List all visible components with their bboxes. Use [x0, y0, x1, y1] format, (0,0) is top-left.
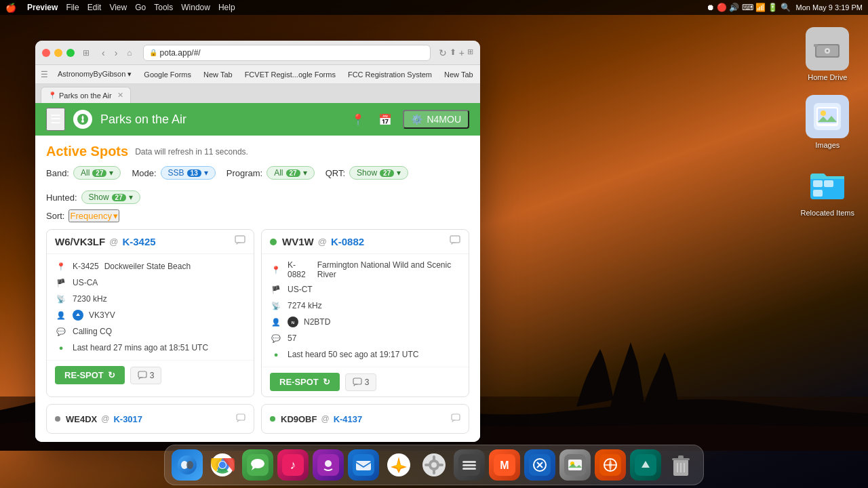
spot-2-comment-button[interactable]: [450, 235, 460, 248]
bookmarks-toggle[interactable]: ☰: [41, 70, 48, 79]
band-filter-button[interactable]: All 27 ▾: [73, 166, 121, 180]
sort-value: Frequency: [70, 211, 111, 221]
window-close-button[interactable]: [42, 49, 50, 57]
calendar-nav-button[interactable]: 📅: [376, 110, 395, 129]
nav-forward-button[interactable]: ›: [112, 46, 121, 60]
pota-logo: [73, 110, 92, 129]
spot-1-details: 📍 K-3425 Dockweiler State Beach 🏴 US-CA …: [47, 254, 254, 360]
dock-photos[interactable]: [383, 449, 414, 481]
spot-4-callsign[interactable]: KD9OBF: [281, 414, 317, 424]
dock-trash[interactable]: [665, 449, 696, 481]
bookmark-astronomybygibson[interactable]: AstronomyByGibson ▾: [52, 68, 137, 80]
app-name[interactable]: Preview: [27, 3, 58, 12]
hunted-filter-label: Hunted:: [46, 192, 77, 203]
qrt-filter-button[interactable]: Show 27 ▾: [349, 166, 408, 180]
spot-2-header: WV1W @ K-0882: [262, 230, 469, 254]
app-content: ☰ Parks on the Air 📍 📅 ⚙️ N4MOU Active S…: [35, 103, 480, 442]
hunted-filter-button[interactable]: Show 27 ▾: [81, 190, 140, 204]
spot-3-park[interactable]: K-3017: [113, 414, 142, 424]
window-maximize-button[interactable]: [66, 49, 75, 57]
spot-2-respot-button[interactable]: RE-SPOT ↻: [270, 373, 340, 391]
bookmark-google-forms[interactable]: Google Forms: [138, 69, 197, 80]
nav-home-button[interactable]: ⌂: [124, 47, 134, 59]
new-tab-button[interactable]: +: [459, 47, 465, 58]
dock-finder[interactable]: [172, 449, 203, 481]
address-bar[interactable]: 🔒 pota.app/#/: [143, 45, 431, 61]
dock-chrome[interactable]: [207, 449, 238, 481]
svg-rect-45: [433, 469, 435, 474]
dock-system-prefs[interactable]: [418, 449, 450, 481]
spot-2-comments-button[interactable]: 3: [345, 373, 377, 391]
dock-app2[interactable]: [630, 449, 661, 481]
share-button[interactable]: ⬆: [450, 47, 456, 58]
tab-grid-icon[interactable]: ⊞: [83, 48, 90, 58]
menu-help[interactable]: Help: [218, 3, 235, 12]
spot-1-comment-detail: 💬 Calling CQ: [55, 323, 245, 340]
reload-button[interactable]: ↻: [439, 47, 447, 58]
program-filter-label: Program:: [226, 168, 262, 178]
spot-1-spotter-detail: 👤 VK3YV: [55, 307, 245, 323]
window-minimize-button[interactable]: [54, 49, 62, 57]
spot-1-respot-button[interactable]: RE-SPOT ↻: [55, 366, 125, 384]
spot-2-spotter[interactable]: N2BTD: [304, 317, 330, 327]
desktop-icon-relocated[interactable]: Relocated Items: [801, 163, 854, 217]
bookmark-fcc[interactable]: FCC Registration System: [342, 69, 437, 80]
bookmark-new-tab-1[interactable]: New Tab: [198, 69, 238, 80]
dock-dash[interactable]: [524, 449, 555, 481]
browser-titlebar: ⊞ ‹ › ⌂ 🔒 pota.app/#/ ↻ ⬆ + ⊞: [35, 41, 480, 65]
spot-2-park[interactable]: K-0882: [331, 236, 364, 247]
spot-2-park-id: K-0882: [288, 260, 312, 279]
menu-go[interactable]: Go: [135, 3, 146, 12]
spot-2-actions: RE-SPOT ↻ 3: [262, 367, 469, 396]
menu-view[interactable]: View: [109, 3, 127, 12]
user-menu-button[interactable]: ⚙️ N4MOU: [403, 110, 469, 129]
extensions-button[interactable]: ⊞: [467, 47, 473, 58]
spot-1-comment-button[interactable]: [235, 235, 245, 248]
bookmark-new-tab-2[interactable]: New Tab: [439, 69, 479, 80]
svg-rect-24: [452, 414, 460, 420]
svg-rect-11: [813, 180, 823, 187]
spot-1-callsign[interactable]: W6/VK3LF: [55, 236, 105, 247]
spot-1-state-detail: 🏴 US-CA: [55, 274, 245, 291]
dock-messages[interactable]: [242, 449, 273, 481]
dock-monodraw[interactable]: M: [489, 449, 520, 481]
spot-1-park[interactable]: K-3425: [122, 236, 155, 247]
tab-close-button[interactable]: ✕: [117, 91, 123, 100]
spot-1-spotter[interactable]: VK3YV: [89, 310, 115, 320]
bookmark-fcvet[interactable]: FCVET Regist...ogle Forms: [239, 69, 341, 80]
spot-4-park[interactable]: K-4137: [334, 414, 363, 424]
nav-back-button[interactable]: ‹: [99, 46, 108, 60]
desktop-icons-container: Home Drive Images Relocated Items: [801, 27, 854, 217]
menu-tools[interactable]: Tools: [154, 3, 173, 12]
spot-1-comments-button[interactable]: 3: [130, 367, 162, 384]
dock-preview[interactable]: [559, 449, 591, 481]
menu-file[interactable]: File: [66, 3, 79, 12]
spot-3-callsign[interactable]: WE4DX: [66, 414, 97, 424]
dock-mail[interactable]: [348, 449, 379, 481]
sort-frequency-button[interactable]: Frequency ▾: [68, 209, 119, 222]
spot-2-comment: 57: [288, 333, 296, 343]
spot-2-spotter-detail: 👤 N N2BTD: [270, 314, 460, 330]
menu-edit[interactable]: Edit: [87, 3, 102, 12]
dock-stacks[interactable]: [454, 449, 485, 481]
ssl-lock-icon: 🔒: [149, 49, 157, 56]
hamburger-menu-button[interactable]: ☰: [46, 108, 65, 131]
respot-label-2: RE-SPOT: [279, 377, 319, 387]
active-tab[interactable]: 📍 Parks on the Air ✕: [41, 87, 131, 103]
spot-4-comment-button[interactable]: [451, 413, 460, 425]
spot-3-comment-button[interactable]: [236, 413, 245, 425]
spots-nav-button[interactable]: 📍: [349, 110, 368, 129]
mode-filter-button[interactable]: SSB 13 ▾: [161, 166, 216, 180]
spot-2-last-heard: Last heard 50 sec ago at 19:17 UTC: [288, 350, 418, 359]
desktop-icon-home-drive[interactable]: Home Drive: [801, 27, 854, 81]
program-filter-button[interactable]: All 27 ▾: [267, 166, 314, 180]
desktop-icon-images[interactable]: Images: [801, 95, 854, 149]
dock-browser2[interactable]: [595, 449, 626, 481]
dock-music[interactable]: ♪: [277, 449, 309, 481]
apple-menu[interactable]: 🍎: [5, 3, 16, 13]
menu-window[interactable]: Window: [181, 3, 210, 12]
spot-1-actions: RE-SPOT ↻ 3: [47, 360, 254, 390]
spot-2-park-name: Farmington National Wild and Scenic Rive…: [317, 260, 460, 279]
dock-podcasts[interactable]: [313, 449, 344, 481]
spot-2-callsign[interactable]: WV1W: [282, 236, 314, 247]
